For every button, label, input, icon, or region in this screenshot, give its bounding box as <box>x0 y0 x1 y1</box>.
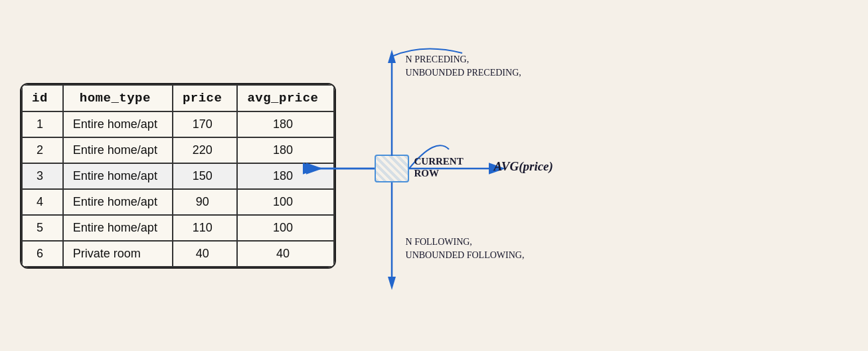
cell-avg_price-5: 40 <box>237 241 333 267</box>
cell-home_type-4: Entire home/apt <box>63 215 173 241</box>
cell-id-2: 3 <box>22 163 63 189</box>
cell-home_type-1: Entire home/apt <box>63 137 173 163</box>
cell-price-2: 150 <box>173 163 238 189</box>
table-row: 2Entire home/apt220180 <box>22 137 334 163</box>
annotation-svg <box>343 17 675 335</box>
avg-label: AVG(price) <box>494 158 553 176</box>
cell-home_type-0: Entire home/apt <box>63 111 173 137</box>
annotation-area: N PRECEDING, UNBOUNDED PRECEDING, CURREN… <box>343 17 675 335</box>
following-label: N FOLLOWING, <box>406 236 472 249</box>
cell-id-5: 6 <box>22 241 63 267</box>
cell-avg_price-3: 100 <box>237 189 333 215</box>
following-label2: UNBOUNDED FOLLOWING, <box>406 249 525 262</box>
cell-id-0: 1 <box>22 111 63 137</box>
cell-avg_price-4: 100 <box>237 215 333 241</box>
table-row: 4Entire home/apt90100 <box>22 189 334 215</box>
col-home-type: home_type <box>63 85 173 111</box>
cell-avg_price-1: 180 <box>237 137 333 163</box>
cell-avg_price-0: 180 <box>237 111 333 137</box>
cell-id-3: 4 <box>22 189 63 215</box>
cell-price-1: 220 <box>173 137 238 163</box>
col-avg-price: avg_price <box>237 85 333 111</box>
cell-id-1: 2 <box>22 137 63 163</box>
preceding-label: N PRECEDING, <box>406 53 470 66</box>
col-price: price <box>173 85 238 111</box>
svg-marker-3 <box>388 277 396 290</box>
main-container: id home_type price avg_price 1Entire hom… <box>0 0 868 351</box>
table-row: 6Private room4040 <box>22 241 334 267</box>
table-row: 3Entire home/apt150180 <box>22 163 334 189</box>
cell-id-4: 5 <box>22 215 63 241</box>
data-table: id home_type price avg_price 1Entire hom… <box>21 84 335 267</box>
cell-home_type-2: Entire home/apt <box>63 163 173 189</box>
table-wrapper: id home_type price avg_price 1Entire hom… <box>20 83 336 269</box>
current-row-label2: ROW <box>414 167 440 180</box>
table-row: 1Entire home/apt170180 <box>22 111 334 137</box>
table-row: 5Entire home/apt110100 <box>22 215 334 241</box>
preceding-label2: UNBOUNDED PRECEDING, <box>406 66 521 80</box>
cell-price-4: 110 <box>173 215 238 241</box>
cell-avg_price-2: 180 <box>237 163 333 189</box>
cell-home_type-3: Entire home/apt <box>63 189 173 215</box>
cell-price-3: 90 <box>173 189 238 215</box>
cell-price-5: 40 <box>173 241 238 267</box>
cell-home_type-5: Private room <box>63 241 173 267</box>
cell-price-0: 170 <box>173 111 238 137</box>
table-header-row: id home_type price avg_price <box>22 85 334 111</box>
col-id: id <box>22 85 63 111</box>
